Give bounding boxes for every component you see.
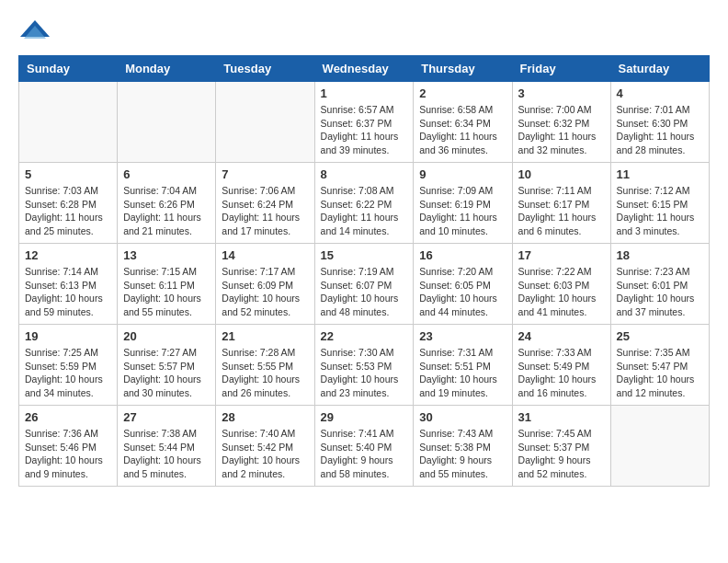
calendar-cell: 27Sunrise: 7:38 AM Sunset: 5:44 PM Dayli… [118, 406, 216, 487]
day-info: Sunrise: 7:01 AM Sunset: 6:30 PM Dayligh… [617, 103, 703, 157]
calendar-cell: 12Sunrise: 7:14 AM Sunset: 6:13 PM Dayli… [19, 244, 118, 325]
calendar-cell: 4Sunrise: 7:01 AM Sunset: 6:30 PM Daylig… [610, 82, 709, 163]
day-info: Sunrise: 7:00 AM Sunset: 6:32 PM Dayligh… [518, 103, 605, 157]
calendar-cell: 29Sunrise: 7:41 AM Sunset: 5:40 PM Dayli… [314, 406, 414, 487]
day-info: Sunrise: 7:23 AM Sunset: 6:01 PM Dayligh… [617, 265, 703, 319]
day-info: Sunrise: 7:20 AM Sunset: 6:05 PM Dayligh… [419, 265, 506, 319]
week-row-3: 12Sunrise: 7:14 AM Sunset: 6:13 PM Dayli… [19, 244, 710, 325]
calendar-cell: 31Sunrise: 7:45 AM Sunset: 5:37 PM Dayli… [512, 406, 610, 487]
calendar-cell: 22Sunrise: 7:30 AM Sunset: 5:53 PM Dayli… [314, 325, 414, 406]
day-number: 24 [518, 329, 605, 343]
day-number: 19 [25, 329, 111, 343]
calendar-cell: 21Sunrise: 7:28 AM Sunset: 5:55 PM Dayli… [216, 325, 314, 406]
day-number: 31 [518, 410, 605, 424]
calendar-cell: 8Sunrise: 7:08 AM Sunset: 6:22 PM Daylig… [314, 163, 414, 244]
day-number: 23 [419, 329, 506, 343]
day-number: 18 [617, 248, 703, 262]
weekday-header-row: SundayMondayTuesdayWednesdayThursdayFrid… [19, 56, 710, 82]
day-info: Sunrise: 6:58 AM Sunset: 6:34 PM Dayligh… [419, 103, 506, 157]
day-number: 30 [419, 410, 506, 424]
calendar-table: SundayMondayTuesdayWednesdayThursdayFrid… [18, 55, 710, 487]
calendar-cell: 18Sunrise: 7:23 AM Sunset: 6:01 PM Dayli… [610, 244, 709, 325]
calendar-cell: 20Sunrise: 7:27 AM Sunset: 5:57 PM Dayli… [118, 325, 216, 406]
day-number: 17 [518, 248, 605, 262]
day-number: 5 [25, 167, 111, 181]
day-number: 25 [617, 329, 703, 343]
day-number: 2 [419, 86, 506, 100]
calendar-cell: 15Sunrise: 7:19 AM Sunset: 6:07 PM Dayli… [314, 244, 414, 325]
calendar-cell: 14Sunrise: 7:17 AM Sunset: 6:09 PM Dayli… [216, 244, 314, 325]
day-info: Sunrise: 7:38 AM Sunset: 5:44 PM Dayligh… [123, 427, 210, 481]
day-number: 20 [123, 329, 210, 343]
day-number: 10 [518, 167, 605, 181]
week-row-5: 26Sunrise: 7:36 AM Sunset: 5:46 PM Dayli… [19, 406, 710, 487]
calendar-cell: 7Sunrise: 7:06 AM Sunset: 6:24 PM Daylig… [216, 163, 314, 244]
day-info: Sunrise: 7:12 AM Sunset: 6:15 PM Dayligh… [617, 184, 703, 238]
day-info: Sunrise: 7:15 AM Sunset: 6:11 PM Dayligh… [123, 265, 210, 319]
day-number: 12 [25, 248, 111, 262]
day-info: Sunrise: 7:33 AM Sunset: 5:49 PM Dayligh… [518, 346, 605, 400]
day-info: Sunrise: 7:41 AM Sunset: 5:40 PM Dayligh… [321, 427, 408, 481]
calendar-cell [216, 82, 314, 163]
calendar-cell: 17Sunrise: 7:22 AM Sunset: 6:03 PM Dayli… [512, 244, 610, 325]
calendar-cell: 19Sunrise: 7:25 AM Sunset: 5:59 PM Dayli… [19, 325, 118, 406]
page-header [18, 18, 710, 46]
calendar-cell: 9Sunrise: 7:09 AM Sunset: 6:19 PM Daylig… [414, 163, 512, 244]
day-info: Sunrise: 7:03 AM Sunset: 6:28 PM Dayligh… [25, 184, 111, 238]
day-number: 1 [321, 86, 408, 100]
week-row-4: 19Sunrise: 7:25 AM Sunset: 5:59 PM Dayli… [19, 325, 710, 406]
day-number: 22 [321, 329, 408, 343]
weekday-header-friday: Friday [512, 56, 610, 82]
calendar-cell: 25Sunrise: 7:35 AM Sunset: 5:47 PM Dayli… [610, 325, 709, 406]
day-info: Sunrise: 7:25 AM Sunset: 5:59 PM Dayligh… [25, 346, 111, 400]
day-number: 29 [321, 410, 408, 424]
weekday-header-saturday: Saturday [610, 56, 709, 82]
day-number: 7 [222, 167, 308, 181]
day-info: Sunrise: 7:19 AM Sunset: 6:07 PM Dayligh… [321, 265, 408, 319]
calendar-cell: 3Sunrise: 7:00 AM Sunset: 6:32 PM Daylig… [512, 82, 610, 163]
calendar-cell: 5Sunrise: 7:03 AM Sunset: 6:28 PM Daylig… [19, 163, 118, 244]
calendar-cell: 16Sunrise: 7:20 AM Sunset: 6:05 PM Dayli… [414, 244, 512, 325]
weekday-header-monday: Monday [118, 56, 216, 82]
day-info: Sunrise: 7:31 AM Sunset: 5:51 PM Dayligh… [419, 346, 506, 400]
day-info: Sunrise: 7:14 AM Sunset: 6:13 PM Dayligh… [25, 265, 111, 319]
day-number: 9 [419, 167, 506, 181]
day-number: 27 [123, 410, 210, 424]
weekday-header-thursday: Thursday [414, 56, 512, 82]
day-number: 4 [617, 86, 703, 100]
day-info: Sunrise: 7:27 AM Sunset: 5:57 PM Dayligh… [123, 346, 210, 400]
day-number: 11 [617, 167, 703, 181]
day-number: 3 [518, 86, 605, 100]
calendar-cell: 23Sunrise: 7:31 AM Sunset: 5:51 PM Dayli… [414, 325, 512, 406]
day-number: 16 [419, 248, 506, 262]
day-number: 13 [123, 248, 210, 262]
day-info: Sunrise: 7:36 AM Sunset: 5:46 PM Dayligh… [25, 427, 111, 481]
day-info: Sunrise: 7:09 AM Sunset: 6:19 PM Dayligh… [419, 184, 506, 238]
calendar-cell: 2Sunrise: 6:58 AM Sunset: 6:34 PM Daylig… [414, 82, 512, 163]
calendar-cell: 28Sunrise: 7:40 AM Sunset: 5:42 PM Dayli… [216, 406, 314, 487]
day-number: 28 [222, 410, 308, 424]
day-info: Sunrise: 7:40 AM Sunset: 5:42 PM Dayligh… [222, 427, 308, 481]
day-info: Sunrise: 7:45 AM Sunset: 5:37 PM Dayligh… [518, 427, 605, 481]
calendar-cell [118, 82, 216, 163]
calendar-cell: 10Sunrise: 7:11 AM Sunset: 6:17 PM Dayli… [512, 163, 610, 244]
logo-icon [18, 18, 51, 46]
calendar-cell: 13Sunrise: 7:15 AM Sunset: 6:11 PM Dayli… [118, 244, 216, 325]
day-number: 26 [25, 410, 111, 424]
day-info: Sunrise: 7:35 AM Sunset: 5:47 PM Dayligh… [617, 346, 703, 400]
calendar-cell [19, 82, 118, 163]
day-number: 6 [123, 167, 210, 181]
weekday-header-sunday: Sunday [19, 56, 118, 82]
calendar-cell [610, 406, 709, 487]
calendar-cell: 6Sunrise: 7:04 AM Sunset: 6:26 PM Daylig… [118, 163, 216, 244]
day-info: Sunrise: 7:08 AM Sunset: 6:22 PM Dayligh… [321, 184, 408, 238]
day-info: Sunrise: 7:28 AM Sunset: 5:55 PM Dayligh… [222, 346, 308, 400]
calendar-cell: 1Sunrise: 6:57 AM Sunset: 6:37 PM Daylig… [314, 82, 414, 163]
day-info: Sunrise: 7:17 AM Sunset: 6:09 PM Dayligh… [222, 265, 308, 319]
logo [18, 18, 55, 46]
weekday-header-tuesday: Tuesday [216, 56, 314, 82]
week-row-1: 1Sunrise: 6:57 AM Sunset: 6:37 PM Daylig… [19, 82, 710, 163]
calendar-cell: 30Sunrise: 7:43 AM Sunset: 5:38 PM Dayli… [414, 406, 512, 487]
day-info: Sunrise: 7:22 AM Sunset: 6:03 PM Dayligh… [518, 265, 605, 319]
day-info: Sunrise: 7:43 AM Sunset: 5:38 PM Dayligh… [419, 427, 506, 481]
